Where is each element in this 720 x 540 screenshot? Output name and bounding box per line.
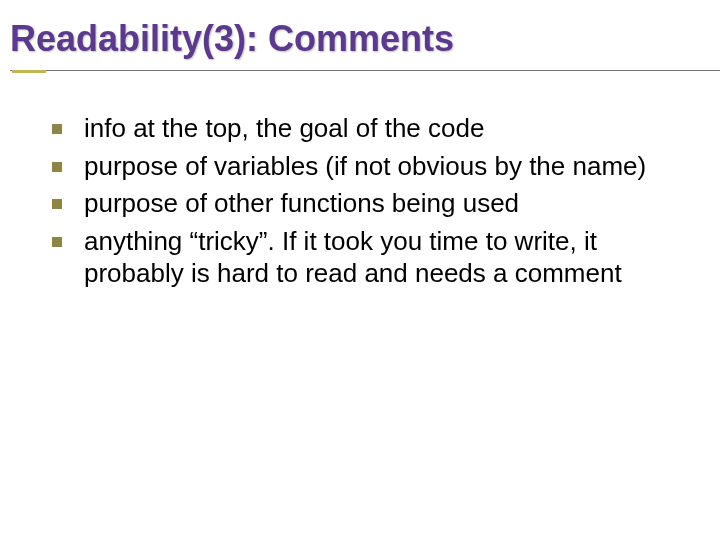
list-item: anything “tricky”. If it took you time t… [50,226,680,289]
list-item-text: purpose of variables (if not obvious by … [84,151,646,181]
square-bullet-icon [52,199,62,209]
bullet-list: info at the top, the goal of the code pu… [50,113,680,290]
title-underline-accent [12,70,46,73]
slide-title: Readability(3): Comments [10,18,720,70]
square-bullet-icon [52,124,62,134]
square-bullet-icon [52,162,62,172]
list-item: purpose of other functions being used [50,188,680,220]
title-underline-main [10,70,720,71]
list-item-text: anything “tricky”. If it took you time t… [84,226,622,288]
list-item: info at the top, the goal of the code [50,113,680,145]
list-item-text: purpose of other functions being used [84,188,519,218]
slide: Readability(3): Comments info at the top… [0,0,720,540]
list-item-text: info at the top, the goal of the code [84,113,484,143]
slide-body: info at the top, the goal of the code pu… [0,71,720,290]
title-area: Readability(3): Comments [0,0,720,71]
square-bullet-icon [52,237,62,247]
list-item: purpose of variables (if not obvious by … [50,151,680,183]
title-underline [10,70,720,71]
